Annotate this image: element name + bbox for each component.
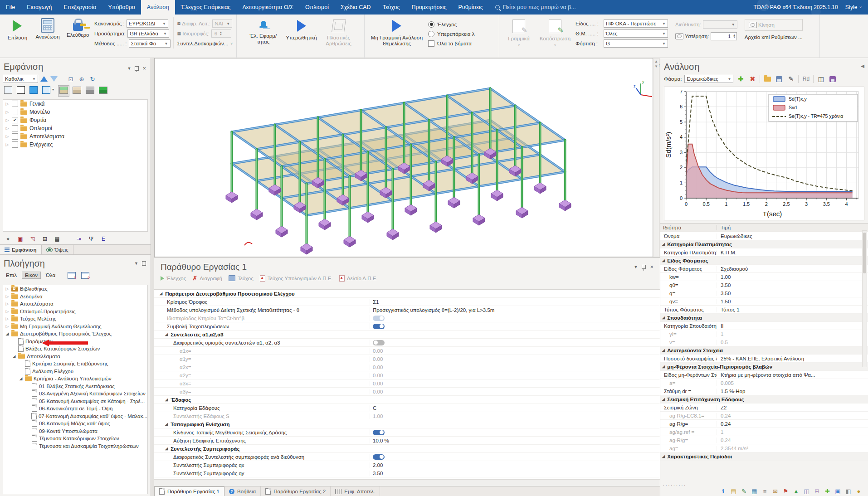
building-view-1-icon[interactable] bbox=[58, 85, 69, 97]
param-row-15[interactable]: Συντελεστής Εδάφους S1.00 bbox=[154, 412, 660, 420]
style-menu[interactable]: Style ˅ bbox=[845, 4, 862, 10]
ws-tool-1[interactable]: ✗Διαγραφή bbox=[192, 275, 222, 282]
prop-section-20[interactable]: ◢Σεισμική Επιτάχυνση Εδάφους bbox=[660, 395, 868, 404]
param-row-4[interactable]: Συμβολή Τοιχοπληρώσεων bbox=[154, 322, 660, 331]
kind-select[interactable]: ΠΦ ΟΚΑ - Περιπτώσε▼ bbox=[604, 19, 668, 28]
expand-icon[interactable]: ▷ bbox=[5, 118, 10, 122]
prop-row-5[interactable]: kw=1.00 bbox=[660, 273, 868, 281]
expand-icon[interactable]: ▷ bbox=[5, 102, 10, 106]
hiddenline-view-icon[interactable] bbox=[15, 85, 26, 97]
nav-tree-item-9[interactable]: ◢Αποτελέσματα bbox=[3, 353, 147, 360]
param-row-1[interactable]: Κρίσιμος ΌροφοςΣ1 bbox=[154, 298, 660, 306]
section-row-19[interactable]: ◢Συντελεστής Συμπεριφοράς bbox=[154, 445, 660, 453]
toggle-switch[interactable] bbox=[373, 340, 385, 345]
param-row-18[interactable]: Αύξηση Εδαφικής Επιτάχυνσης10.0 % bbox=[154, 437, 660, 445]
nav-tree-item-5[interactable]: ▷Μη Γραμμική Ανάλυση Θεμελίωσης bbox=[3, 323, 147, 331]
nav-tree-item-6[interactable]: ◢Δευτεροβάθμιος Προσεισμικός Έλεγχος bbox=[3, 330, 147, 338]
dimension-icon[interactable]: ⇥ bbox=[74, 235, 83, 243]
method-select[interactable]: Στατικά Φο▼ bbox=[129, 39, 171, 48]
ws-tool-4[interactable]: Δελτίο Δ.Π.Ε. bbox=[339, 275, 378, 282]
prop-row-25[interactable]: ag·R/g=0.24 bbox=[660, 436, 868, 444]
expand-icon[interactable]: ▷ bbox=[5, 301, 10, 306]
param-row-2[interactable]: Μέθοδος υπολογισμού Δείκτη Σχετικής Μετα… bbox=[154, 306, 660, 314]
scope-select[interactable]: Καθολικ▼ bbox=[3, 75, 38, 83]
properties-icon[interactable]: ▤ bbox=[53, 235, 62, 243]
pushover-button[interactable]: Υπερωθητική bbox=[283, 17, 320, 41]
menu-tab-7[interactable]: Οπλισμοί bbox=[299, 0, 335, 15]
menu-tab-5[interactable]: Έλεγχος Επάρκειας bbox=[175, 0, 237, 15]
check-radio[interactable]: Έλεγχος bbox=[428, 19, 474, 29]
section-expand-icon[interactable]: ◢ bbox=[165, 332, 168, 336]
expand-icon[interactable]: ▷ bbox=[5, 316, 10, 321]
prop-section-3[interactable]: ◢Είδος Φάσματος bbox=[660, 257, 868, 265]
panel-status-icon[interactable]: ▣ bbox=[834, 487, 842, 495]
param-row-22[interactable]: Συντελεστής Συμπεριφοράς qy3.50 bbox=[154, 469, 660, 477]
overstrength-radio[interactable]: Υπερεπάρκεια λ bbox=[428, 29, 474, 39]
nav-tree-item-1[interactable]: ▷Δεδομένα bbox=[3, 293, 147, 301]
hysteresis-stepper[interactable]: 1▲▼ bbox=[711, 32, 737, 40]
tab-views[interactable]: Όψεις bbox=[42, 245, 73, 254]
menu-tab-8[interactable]: Σχέδια CAD bbox=[335, 0, 377, 15]
pin-icon[interactable] bbox=[135, 66, 139, 71]
tab-display[interactable]: Εμφάνιση bbox=[0, 245, 42, 254]
prop-section-14[interactable]: ◢Δευτερεύοντα Στοιχεία bbox=[660, 346, 868, 355]
section-expand-icon[interactable]: ◢ bbox=[662, 397, 665, 401]
menu-tab-0[interactable]: File bbox=[0, 0, 21, 15]
nav-tree-item-3[interactable]: ▷Οπλισμοί-Προμετρήσεις bbox=[3, 308, 147, 316]
split-status-icon[interactable]: ◧ bbox=[844, 487, 852, 495]
menu-tab-10[interactable]: Προμετρήσεις bbox=[406, 0, 453, 15]
zoom-window-icon[interactable]: ⊡ bbox=[66, 75, 75, 83]
layer-checkbox[interactable] bbox=[12, 141, 18, 148]
layer-checkbox[interactable] bbox=[12, 101, 18, 107]
nav-tree-item-0[interactable]: ▷BΒιβλιοθήκες bbox=[3, 285, 147, 293]
nav-filter-all[interactable]: Όλα bbox=[43, 272, 59, 279]
building-view-4-icon[interactable] bbox=[98, 85, 109, 97]
prop-row-2[interactable]: Κατηγορία Πλαστιμότητ...Κ.Π.Μ. bbox=[660, 248, 868, 257]
window1-icon[interactable] bbox=[68, 272, 76, 279]
nav-tree-item-21[interactable]: Τέμνουσα και Δυσκαμψία Τοιχοπληρώσεων bbox=[3, 443, 147, 450]
param-row-21[interactable]: Συντελεστής Συμπεριφοράς qx2.00 bbox=[154, 461, 660, 469]
section-expand-icon[interactable]: ◢ bbox=[662, 454, 665, 458]
add-spectrum-icon[interactable]: ✚ bbox=[736, 75, 745, 83]
table-status-icon[interactable]: ▦ bbox=[751, 487, 758, 495]
prop-row-4[interactable]: Είδος ΦάσματοςΣχεδιασμού bbox=[660, 265, 868, 273]
layer-checkbox[interactable] bbox=[12, 125, 18, 131]
ws-menu-icon[interactable]: ▼ bbox=[634, 265, 638, 269]
display-tree-item-0[interactable]: ▷Γενικά bbox=[3, 100, 147, 108]
param-row-14[interactable]: Κατηγορία ΕδάφουςC bbox=[154, 404, 660, 412]
section-expand-icon[interactable]: ◢ bbox=[662, 242, 665, 246]
param-row-11[interactable]: α3x=0.00 bbox=[154, 379, 660, 388]
expand-icon[interactable]: ▷ bbox=[5, 324, 10, 329]
display-tree-item-1[interactable]: ▷Μοντέλο bbox=[3, 108, 147, 116]
list-status-icon[interactable]: ≡ bbox=[761, 487, 769, 495]
param-row-8[interactable]: α1y=0.00 bbox=[154, 355, 660, 363]
move-down-icon[interactable] bbox=[50, 76, 58, 82]
expand-icon[interactable]: ◢ bbox=[5, 331, 10, 336]
param-row-12[interactable]: α3y=0.00 bbox=[154, 388, 660, 396]
prop-row-26[interactable]: ag=2.3544 m/s² bbox=[660, 444, 868, 452]
flag-status-icon[interactable]: ⚑ bbox=[782, 487, 790, 495]
expand-icon[interactable]: ▷ bbox=[5, 110, 10, 114]
expand-icon[interactable]: ▷ bbox=[5, 294, 10, 299]
spectrum-select[interactable]: Ευρωκώδικες▼ bbox=[684, 75, 733, 83]
ws-pin-icon[interactable] bbox=[642, 265, 646, 269]
help-search[interactable]: Πείτε μου πως μπορώ να β... bbox=[489, 0, 582, 15]
nav-tree-item-4[interactable]: ▷Τεύχος Μελέτης bbox=[3, 315, 147, 323]
nav-tree-item-16[interactable]: 06-Κανονικότητα σε Τομή - Όψη bbox=[3, 405, 147, 413]
display-tree-item-3[interactable]: ▷Οπλισμοί bbox=[3, 124, 147, 132]
panel-collapse-icon[interactable]: ◀ bbox=[861, 63, 864, 68]
unlock-button[interactable]: Ελεύθερο bbox=[64, 17, 92, 38]
expand-icon[interactable]: ◢ bbox=[19, 376, 23, 381]
section-expand-icon[interactable]: ◢ bbox=[662, 348, 665, 352]
ws-close-icon[interactable]: × bbox=[650, 265, 653, 269]
section-row-0[interactable]: ◢Παράμετροι Δευτεροβάθμιου Προσεισμικού … bbox=[154, 290, 660, 298]
grid-status-icon[interactable]: ⊞ bbox=[813, 487, 821, 495]
param-row-6[interactable]: Διαφορετικός ορισμός συντελεστών α1, α2,… bbox=[154, 339, 660, 347]
splitter-grip[interactable]: ......... bbox=[663, 481, 687, 486]
bottom-tab-3[interactable]: Εμφ. Αποτελ. bbox=[331, 486, 380, 496]
psi-angle-icon[interactable]: Ψ bbox=[87, 235, 96, 243]
nav-tree-item-13[interactable]: 01-Βλάβες Στατικής Ανεπάρκειας bbox=[3, 383, 147, 390]
prop-section-1[interactable]: ◢Κατηγορία Πλαστιμότητας bbox=[660, 240, 868, 248]
toggle-switch[interactable] bbox=[373, 454, 385, 460]
rotate-view-icon[interactable]: ↻ bbox=[88, 75, 97, 83]
